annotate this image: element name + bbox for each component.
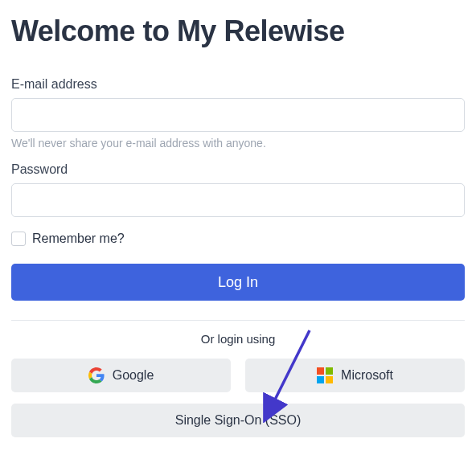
microsoft-icon: [317, 367, 333, 383]
google-icon: [88, 367, 105, 383]
microsoft-login-button[interactable]: Microsoft: [245, 359, 465, 392]
email-label: E-mail address: [11, 77, 465, 92]
svg-rect-2: [317, 376, 324, 383]
sso-login-button[interactable]: Single Sign-On (SSO): [11, 404, 465, 437]
email-help-text: We'll never share your e-mail address wi…: [11, 137, 465, 150]
password-group: Password: [11, 162, 465, 217]
password-label: Password: [11, 162, 465, 177]
email-group: E-mail address We'll never share your e-…: [11, 77, 465, 150]
remember-me-label: Remember me?: [32, 232, 125, 246]
provider-buttons-row: Google Microsoft: [11, 359, 465, 392]
google-login-button[interactable]: Google: [11, 359, 231, 392]
remember-me-row[interactable]: Remember me?: [11, 232, 465, 246]
password-field[interactable]: [11, 183, 465, 217]
svg-rect-0: [317, 367, 324, 375]
login-button[interactable]: Log In: [11, 264, 465, 301]
svg-rect-1: [326, 367, 333, 375]
divider-line: [11, 320, 465, 321]
google-label: Google: [113, 368, 154, 383]
remember-me-checkbox[interactable]: [11, 232, 26, 246]
email-field[interactable]: [11, 98, 465, 132]
svg-rect-3: [326, 376, 333, 383]
microsoft-label: Microsoft: [341, 368, 393, 383]
page-title: Welcome to My Relewise: [11, 14, 465, 48]
or-login-using-text: Or login using: [11, 332, 465, 346]
